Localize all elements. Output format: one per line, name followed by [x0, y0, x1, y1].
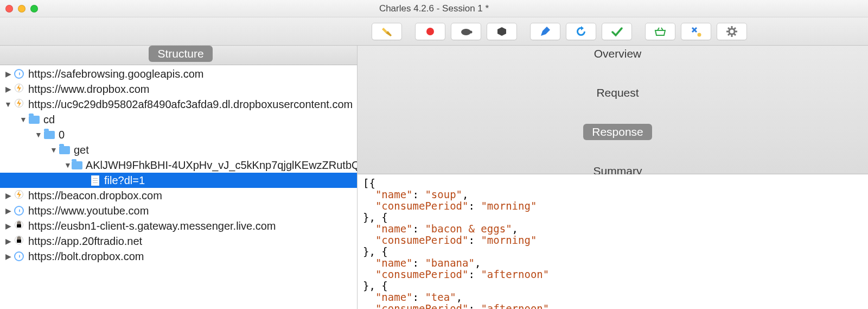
tree-row[interactable]: ▼get [0, 142, 357, 157]
left-tab-structure[interactable]: Structure [149, 46, 212, 62]
disclosure-right-icon[interactable]: ▶ [3, 191, 13, 200]
session-tree[interactable]: ▶https://safebrowsing.googleapis.com▶htt… [0, 65, 357, 309]
response-body[interactable]: [{ "name": "soup", "consumePeriod": "mor… [358, 174, 868, 309]
toolbar-group-4 [645, 23, 747, 40]
right-tab-request[interactable]: Request [588, 85, 647, 101]
tree-row[interactable]: ▶https://eusbn1-client-s.gateway.messeng… [0, 218, 357, 234]
toolbar-group-3 [530, 23, 632, 40]
toolbar-group-2 [415, 23, 517, 40]
disclosure-right-icon[interactable]: ▶ [3, 206, 13, 215]
tree-row-label: file?dl=1 [104, 174, 145, 187]
titlebar: Charles 4.2.6 - Session 1 * [0, 0, 868, 17]
disclosure-right-icon[interactable]: ▶ [3, 85, 13, 93]
check-button[interactable] [602, 23, 632, 40]
bolt-icon [13, 190, 25, 201]
disclosure-right-icon[interactable]: ▶ [3, 70, 13, 78]
svg-marker-3 [497, 27, 506, 36]
tree-row[interactable]: ▼AKlJWH9FhkBHI-4UXpHv_vJ_c5kKnp7qjglKEwz… [0, 157, 357, 173]
tree-row-label: https://beacon.dropbox.com [28, 190, 162, 202]
disclosure-right-icon[interactable]: ▶ [3, 222, 13, 230]
svg-rect-10 [17, 224, 21, 228]
folder-icon [59, 144, 71, 156]
tree-row-label: cd [43, 113, 55, 126]
toolbar [0, 17, 868, 46]
tree-row[interactable]: ▼0 [0, 127, 357, 142]
tree-row-label: https://www.youtube.com [28, 205, 149, 217]
check-icon [611, 26, 623, 37]
tree-row[interactable]: ▶https://www.youtube.com [0, 203, 357, 218]
right-tabrow: OverviewRequestResponseSummaryChartNotes [358, 46, 868, 174]
gear-icon [726, 26, 738, 37]
tools-button[interactable] [681, 23, 711, 40]
record-icon [425, 27, 435, 36]
record-button[interactable] [415, 23, 445, 40]
refresh-button[interactable] [566, 23, 596, 40]
svg-rect-12 [17, 239, 21, 243]
tree-row-label: https://bolt.dropbox.com [28, 250, 144, 263]
disclosure-right-icon[interactable]: ▶ [3, 252, 13, 261]
svg-point-4 [698, 33, 701, 36]
tree-row-label: https://safebrowsing.googleapis.com [28, 68, 204, 80]
svg-point-1 [461, 29, 471, 35]
tree-row-label: https://app.20ftradio.net [28, 235, 142, 248]
tree-row[interactable]: ▶https://www.dropbox.com [0, 81, 357, 97]
disclosure-down-icon[interactable]: ▼ [64, 161, 72, 169]
left-tabrow: StructureSequence [0, 46, 358, 65]
disclosure-down-icon[interactable]: ▼ [34, 130, 43, 139]
tree-row[interactable]: ▶https://beacon.dropbox.com [0, 188, 357, 203]
tree-row-selected[interactable]: file?dl=1 [0, 173, 357, 188]
tree-row[interactable]: ▼https://uc9c29db95802af8490afc3afda9.dl… [0, 97, 357, 112]
basket-button[interactable] [645, 23, 675, 40]
turtle-button[interactable] [451, 23, 481, 40]
tools-icon [690, 26, 702, 37]
hexagon-button[interactable] [487, 23, 517, 40]
svg-point-2 [470, 30, 473, 33]
disclosure-down-icon[interactable]: ▼ [18, 115, 28, 124]
lock-icon [13, 235, 25, 247]
folder-icon [43, 129, 55, 141]
basket-icon [654, 27, 667, 36]
window-zoom-button[interactable] [30, 5, 38, 12]
bolt-icon [13, 83, 25, 95]
window-minimize-button[interactable] [18, 5, 25, 12]
globe-icon [13, 205, 25, 217]
tree-row-label: https://eusbn1-client-s.gateway.messenge… [28, 220, 276, 232]
folder-icon [72, 159, 82, 171]
window-close-button[interactable] [5, 5, 13, 12]
broom-button[interactable] [372, 23, 402, 40]
doc-icon [89, 174, 101, 186]
tree-row-label: https://uc9c29db95802af8490afc3afda9.dl.… [28, 98, 353, 111]
gear-button[interactable] [717, 23, 747, 40]
broom-icon [381, 26, 393, 37]
right-tab-response[interactable]: Response [583, 124, 652, 140]
disclosure-down-icon[interactable]: ▼ [49, 146, 59, 154]
tree-row[interactable]: ▼cd [0, 112, 357, 127]
refresh-icon [575, 26, 587, 37]
hexagon-icon [496, 26, 507, 37]
right-tab-overview[interactable]: Overview [585, 46, 650, 62]
window-title: Charles 4.2.6 - Session 1 * [0, 3, 868, 14]
disclosure-down-icon[interactable]: ▼ [3, 100, 13, 109]
tree-row[interactable]: ▶https://bolt.dropbox.com [0, 249, 357, 264]
tree-row-label: https://www.dropbox.com [28, 83, 149, 96]
disclosure-right-icon[interactable]: ▶ [3, 237, 13, 245]
lock-icon [13, 220, 25, 232]
folder-icon [28, 113, 40, 125]
bolt-icon [13, 98, 25, 110]
globe-icon [13, 68, 25, 80]
svg-point-0 [426, 28, 434, 35]
svg-point-5 [729, 29, 735, 34]
turtle-icon [459, 27, 473, 36]
tree-row-label: AKlJWH9FhkBHI-4UXpHv_vJ_c5kKnp7qjglKEwzZ… [86, 159, 357, 172]
tree-row[interactable]: ▶https://app.20ftradio.net [0, 234, 357, 249]
pen-icon [539, 26, 551, 37]
tree-row-label: 0 [59, 129, 65, 141]
toolbar-group-1 [372, 23, 402, 40]
tree-row[interactable]: ▶https://safebrowsing.googleapis.com [0, 66, 357, 81]
globe-icon [13, 250, 25, 262]
tree-row-label: get [74, 144, 89, 156]
pen-button[interactable] [530, 23, 560, 40]
